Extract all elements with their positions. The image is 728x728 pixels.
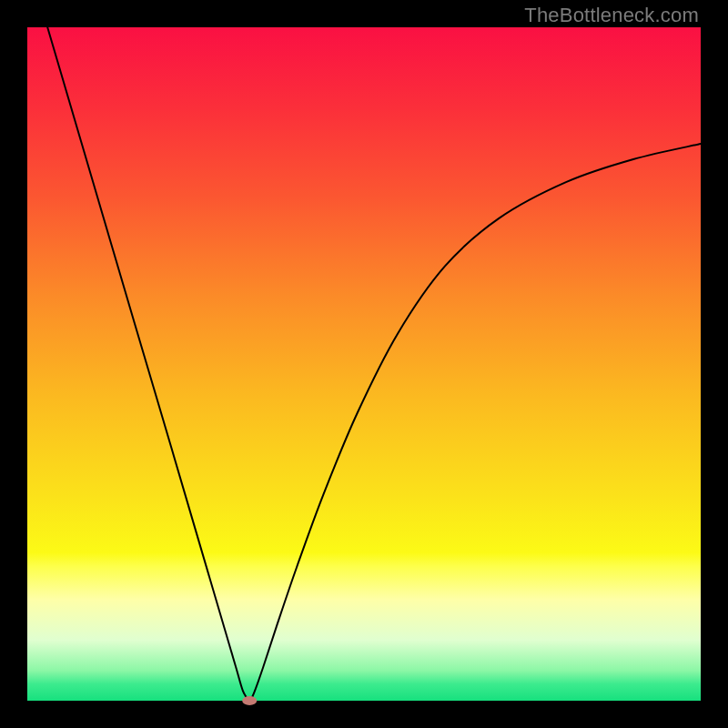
min-point-marker — [242, 696, 257, 705]
curve-line — [47, 27, 701, 701]
plot-area — [27, 27, 701, 701]
chart-frame: TheBottleneck.com — [0, 0, 728, 728]
watermark-text: TheBottleneck.com — [524, 4, 699, 27]
chart-overlay — [27, 27, 701, 701]
